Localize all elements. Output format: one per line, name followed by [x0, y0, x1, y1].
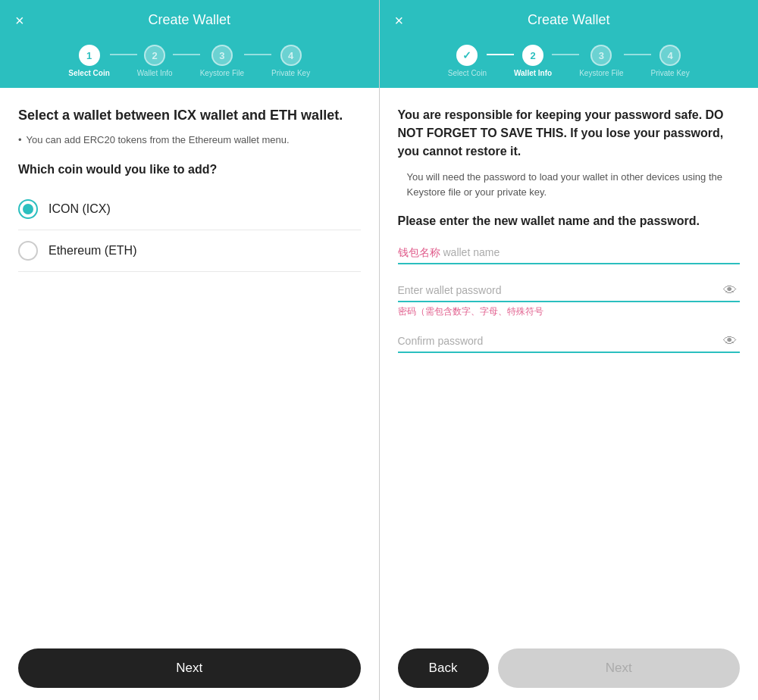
- password-section: 👁 密码（需包含数字、字母、特殊符号: [398, 280, 741, 318]
- left-step-3: 3 Keystore File: [200, 45, 244, 77]
- password-wrapper: 👁: [398, 280, 741, 302]
- right-step-4-circle: 4: [659, 45, 681, 66]
- left-step-1: 1 Select Coin: [68, 45, 109, 77]
- left-panel: × Create Wallet 1 Select Coin 2 Wall: [0, 0, 379, 700]
- radio-eth-label: Ethereum (ETH): [49, 244, 136, 258]
- right-step-2-circle: 2: [522, 45, 543, 66]
- radio-eth[interactable]: Ethereum (ETH): [18, 230, 361, 272]
- left-step-2-circle: 2: [144, 45, 165, 66]
- right-step-3: 3 Keystore File: [579, 45, 623, 77]
- right-content: You are responsible for keeping your pas…: [380, 88, 759, 636]
- left-line-1: [110, 54, 137, 55]
- right-panel: × Create Wallet ✓ Select Coin 2 Wall: [380, 0, 759, 700]
- right-step-3-circle: 3: [590, 45, 612, 66]
- right-step-3-label: Keystore File: [579, 69, 623, 77]
- right-step-1: ✓ Select Coin: [448, 45, 487, 77]
- right-step-1-circle: ✓: [456, 45, 478, 66]
- right-header: × Create Wallet ✓ Select Coin 2 Wall: [380, 0, 759, 88]
- confirm-password-input[interactable]: [398, 330, 741, 352]
- left-step-3-label: Keystore File: [200, 69, 244, 77]
- coin-question: Which coin would you like to add?: [18, 163, 361, 177]
- left-line-2: [173, 54, 200, 55]
- left-step-2-label: Wallet Info: [137, 69, 173, 77]
- right-step-4: 4 Private Key: [651, 45, 690, 77]
- left-header: × Create Wallet 1 Select Coin 2 Wall: [0, 0, 379, 88]
- left-close-button[interactable]: ×: [15, 13, 24, 28]
- left-content: Select a wallet between ICX wallet and E…: [0, 88, 379, 636]
- right-next-button: Next: [498, 648, 741, 688]
- left-step-2: 2 Wallet Info: [137, 45, 173, 77]
- left-footer: Next: [0, 636, 379, 700]
- right-footer: Back Next: [380, 636, 759, 700]
- radio-eth-circle: [18, 241, 38, 261]
- password-eye-icon[interactable]: 👁: [723, 283, 737, 298]
- confirm-password-section: 👁: [398, 330, 741, 353]
- right-step-4-label: Private Key: [651, 69, 690, 77]
- right-step-2: 2 Wallet Info: [514, 45, 552, 77]
- radio-icx-inner: [23, 204, 33, 214]
- right-close-button[interactable]: ×: [395, 13, 404, 28]
- left-steps: 1 Select Coin 2 Wallet Info 3: [15, 37, 364, 88]
- right-panel-title: Create Wallet: [528, 12, 609, 28]
- right-steps: ✓ Select Coin 2 Wallet Info 3: [395, 37, 744, 88]
- left-step-1-circle: 1: [79, 45, 100, 66]
- wallet-name-wrapper: 钱包名称: [398, 242, 741, 264]
- right-line-2: [552, 54, 579, 55]
- left-step-1-label: Select Coin: [68, 69, 109, 77]
- left-step-4-circle: 4: [280, 45, 302, 66]
- radio-icx-label: ICON (ICX): [49, 202, 111, 216]
- next-button[interactable]: Next: [18, 648, 361, 688]
- radio-icx-circle: [18, 199, 38, 219]
- wallet-name-input[interactable]: [398, 242, 741, 263]
- confirm-wrapper: 👁: [398, 330, 741, 353]
- right-line-1: [487, 54, 514, 55]
- back-button[interactable]: Back: [398, 648, 489, 688]
- left-panel-title: Create Wallet: [149, 12, 230, 28]
- right-step-2-label: Wallet Info: [514, 69, 552, 77]
- left-step-4: 4 Private Key: [271, 45, 310, 77]
- warning-note: You will need the password to load your …: [398, 170, 741, 199]
- wallet-prompt: Please enter the new wallet name and the…: [398, 213, 741, 230]
- password-input[interactable]: [398, 280, 741, 301]
- radio-icx[interactable]: ICON (ICX): [18, 189, 361, 230]
- right-line-3: [624, 54, 651, 55]
- warning-text: You are responsible for keeping your pas…: [398, 106, 741, 161]
- intro-note: You can add ERC20 tokens from the Ethere…: [18, 133, 361, 148]
- left-step-4-label: Private Key: [271, 69, 310, 77]
- password-hint: 密码（需包含数字、字母、特殊符号: [398, 305, 741, 318]
- right-step-1-label: Select Coin: [448, 69, 487, 77]
- left-line-3: [244, 54, 271, 55]
- confirm-eye-icon[interactable]: 👁: [723, 333, 737, 349]
- intro-heading: Select a wallet between ICX wallet and E…: [18, 106, 361, 125]
- left-step-3-circle: 3: [211, 45, 233, 66]
